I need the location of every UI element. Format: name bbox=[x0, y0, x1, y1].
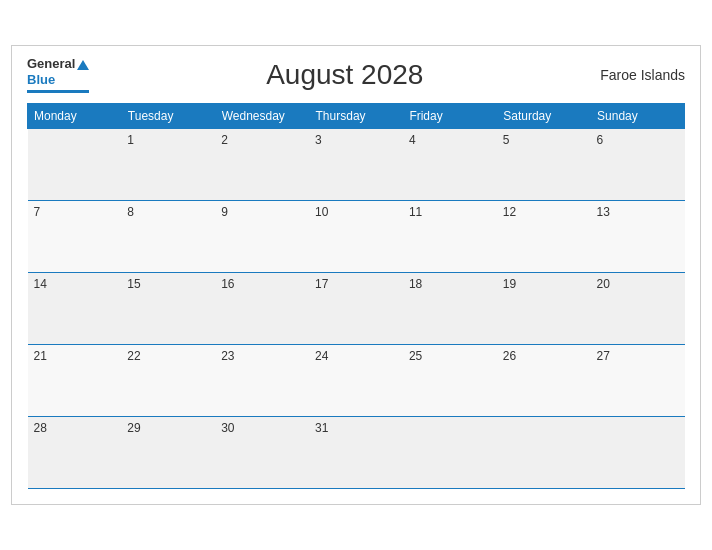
day-number: 13 bbox=[597, 205, 610, 219]
day-number: 15 bbox=[127, 277, 140, 291]
logo-blue-text: Blue bbox=[27, 72, 89, 88]
day-number: 21 bbox=[34, 349, 47, 363]
day-number: 3 bbox=[315, 133, 322, 147]
calendar-title: August 2028 bbox=[266, 59, 423, 91]
calendar-day-cell: 30 bbox=[215, 416, 309, 488]
day-number: 10 bbox=[315, 205, 328, 219]
day-number: 29 bbox=[127, 421, 140, 435]
calendar-day-cell: 21 bbox=[28, 344, 122, 416]
day-number: 24 bbox=[315, 349, 328, 363]
day-number: 1 bbox=[127, 133, 134, 147]
calendar-day-cell: 7 bbox=[28, 200, 122, 272]
header-tuesday: Tuesday bbox=[121, 103, 215, 128]
calendar-day-cell: 9 bbox=[215, 200, 309, 272]
calendar-day-cell: 18 bbox=[403, 272, 497, 344]
day-number: 14 bbox=[34, 277, 47, 291]
day-number: 23 bbox=[221, 349, 234, 363]
calendar-body: 1234567891011121314151617181920212223242… bbox=[28, 128, 685, 488]
calendar-day-cell: 16 bbox=[215, 272, 309, 344]
calendar-day-cell bbox=[28, 128, 122, 200]
day-number: 30 bbox=[221, 421, 234, 435]
calendar-day-cell: 15 bbox=[121, 272, 215, 344]
logo: General Blue bbox=[27, 56, 89, 92]
day-number: 8 bbox=[127, 205, 134, 219]
day-number: 11 bbox=[409, 205, 422, 219]
day-number: 2 bbox=[221, 133, 228, 147]
calendar-day-cell: 6 bbox=[591, 128, 685, 200]
calendar-week-row: 123456 bbox=[28, 128, 685, 200]
header-monday: Monday bbox=[28, 103, 122, 128]
calendar-day-cell: 2 bbox=[215, 128, 309, 200]
day-number: 18 bbox=[409, 277, 422, 291]
calendar-day-cell: 25 bbox=[403, 344, 497, 416]
day-number: 9 bbox=[221, 205, 228, 219]
calendar-day-cell: 31 bbox=[309, 416, 403, 488]
calendar-day-cell: 19 bbox=[497, 272, 591, 344]
calendar-day-cell: 29 bbox=[121, 416, 215, 488]
calendar-week-row: 14151617181920 bbox=[28, 272, 685, 344]
header-friday: Friday bbox=[403, 103, 497, 128]
calendar-week-row: 78910111213 bbox=[28, 200, 685, 272]
weekday-header-row: Monday Tuesday Wednesday Thursday Friday… bbox=[28, 103, 685, 128]
day-number: 4 bbox=[409, 133, 416, 147]
calendar-day-cell: 23 bbox=[215, 344, 309, 416]
day-number: 5 bbox=[503, 133, 510, 147]
logo-triangle-icon bbox=[77, 60, 89, 70]
day-number: 16 bbox=[221, 277, 234, 291]
calendar-grid: Monday Tuesday Wednesday Thursday Friday… bbox=[27, 103, 685, 489]
calendar-day-cell: 14 bbox=[28, 272, 122, 344]
day-number: 27 bbox=[597, 349, 610, 363]
calendar-day-cell: 28 bbox=[28, 416, 122, 488]
day-number: 25 bbox=[409, 349, 422, 363]
day-number: 19 bbox=[503, 277, 516, 291]
header-wednesday: Wednesday bbox=[215, 103, 309, 128]
calendar-day-cell: 27 bbox=[591, 344, 685, 416]
day-number: 28 bbox=[34, 421, 47, 435]
logo-line bbox=[27, 90, 89, 93]
day-number: 12 bbox=[503, 205, 516, 219]
calendar-container: General Blue August 2028 Faroe Islands M… bbox=[11, 45, 701, 504]
calendar-day-cell: 13 bbox=[591, 200, 685, 272]
calendar-header: General Blue August 2028 Faroe Islands bbox=[27, 56, 685, 92]
calendar-day-cell: 11 bbox=[403, 200, 497, 272]
header-saturday: Saturday bbox=[497, 103, 591, 128]
calendar-day-cell: 24 bbox=[309, 344, 403, 416]
calendar-week-row: 28293031 bbox=[28, 416, 685, 488]
calendar-day-cell: 12 bbox=[497, 200, 591, 272]
calendar-day-cell: 22 bbox=[121, 344, 215, 416]
day-number: 26 bbox=[503, 349, 516, 363]
calendar-day-cell: 3 bbox=[309, 128, 403, 200]
calendar-day-cell: 4 bbox=[403, 128, 497, 200]
day-number: 7 bbox=[34, 205, 41, 219]
calendar-day-cell bbox=[497, 416, 591, 488]
day-number: 17 bbox=[315, 277, 328, 291]
calendar-week-row: 21222324252627 bbox=[28, 344, 685, 416]
calendar-day-cell: 1 bbox=[121, 128, 215, 200]
calendar-day-cell: 5 bbox=[497, 128, 591, 200]
calendar-day-cell: 17 bbox=[309, 272, 403, 344]
calendar-day-cell: 10 bbox=[309, 200, 403, 272]
day-number: 20 bbox=[597, 277, 610, 291]
header-sunday: Sunday bbox=[591, 103, 685, 128]
calendar-day-cell: 20 bbox=[591, 272, 685, 344]
calendar-region: Faroe Islands bbox=[600, 67, 685, 83]
day-number: 6 bbox=[597, 133, 604, 147]
logo-general-text: General bbox=[27, 56, 75, 71]
day-number: 22 bbox=[127, 349, 140, 363]
calendar-day-cell bbox=[591, 416, 685, 488]
day-number: 31 bbox=[315, 421, 328, 435]
calendar-day-cell: 26 bbox=[497, 344, 591, 416]
calendar-day-cell: 8 bbox=[121, 200, 215, 272]
calendar-day-cell bbox=[403, 416, 497, 488]
header-thursday: Thursday bbox=[309, 103, 403, 128]
